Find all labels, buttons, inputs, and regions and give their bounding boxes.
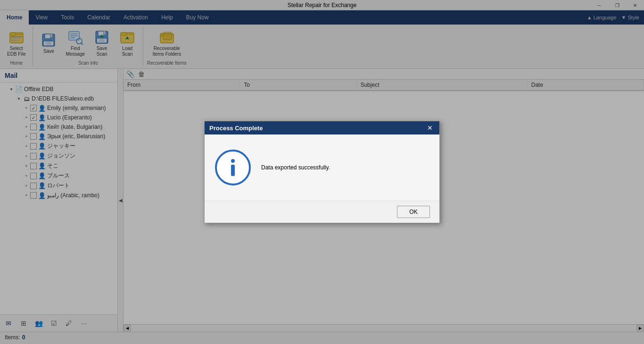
process-complete-dialog: Process Complete ✕ Data exported success… (204, 121, 440, 223)
dialog-body: Data exported successfully. (205, 134, 439, 201)
info-icon (214, 149, 252, 186)
svg-point-33 (231, 159, 235, 163)
dialog-ok-button[interactable]: OK (397, 206, 430, 218)
dialog-title: Process Complete (209, 125, 263, 132)
dialog-footer: OK (205, 201, 439, 223)
svg-rect-34 (231, 165, 235, 176)
dialog-message: Data exported successfully. (261, 164, 330, 171)
dialog-title-bar: Process Complete ✕ (205, 121, 439, 134)
dialog-overlay: Process Complete ✕ Data exported success… (0, 0, 644, 344)
dialog-close-button[interactable]: ✕ (425, 124, 435, 132)
